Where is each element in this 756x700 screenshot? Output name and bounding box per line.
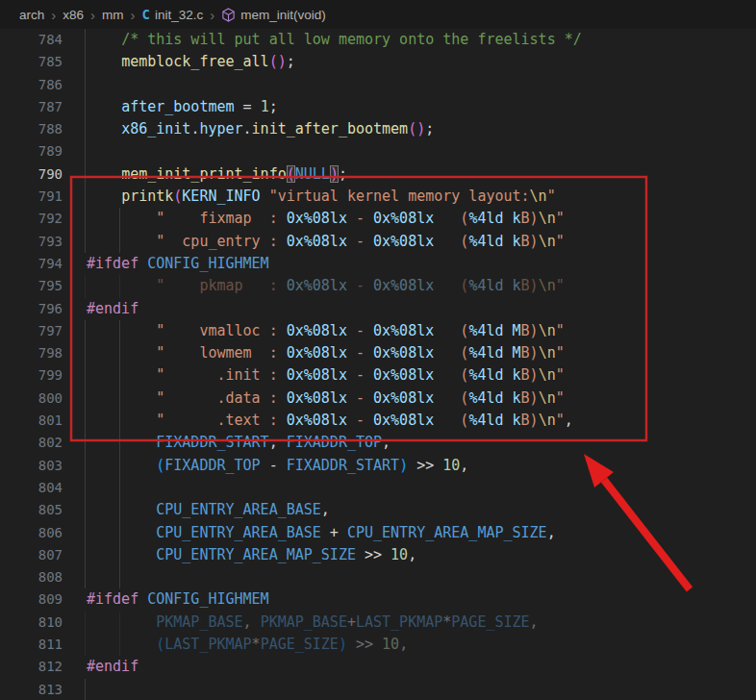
token-ws (87, 434, 156, 451)
token-fs: 0x%08lx (373, 277, 434, 294)
line-content: FIXADDR_START, FIXADDR_TOP, (87, 432, 756, 454)
code-line-789[interactable]: 789 (0, 140, 756, 162)
line-content: after_bootmem = 1; (87, 96, 756, 118)
indent-guide (85, 544, 86, 566)
code-line-796[interactable]: 796#endif (0, 298, 756, 320)
token-pu: ; (339, 165, 347, 183)
token-cb: CPU_ENTRY_AREA_MAP_SIZE (156, 546, 356, 563)
token-st: " (556, 344, 565, 362)
token-st: - (347, 233, 373, 250)
token-fs: 0x%08lx (287, 389, 347, 407)
token-es: \n (539, 277, 556, 294)
code-line-802[interactable]: 802 FIXADDR_START, FIXADDR_TOP, (0, 432, 756, 454)
code-line-788[interactable]: 788 x86_init.hyper.init_after_bootmem(); (0, 118, 756, 140)
breadcrumb-item-arch[interactable]: arch (19, 8, 44, 22)
token-pu (139, 255, 147, 272)
code-line-800[interactable]: 800 " .data : 0x%08lx - 0x%08lx (%4ld kB… (0, 388, 756, 410)
line-number: 788 (0, 118, 63, 140)
token-pu: - (261, 457, 287, 474)
code-line-786[interactable]: 786 (0, 74, 756, 96)
token-va: KERN_INFO (182, 188, 260, 205)
code-line-792[interactable]: 792 " fixmap : 0x%08lx - 0x%08lx (%4ld k… (0, 208, 756, 230)
code-line-809[interactable]: 809#ifdef CONFIG_HIGHMEM (0, 588, 756, 611)
token-st: - (347, 412, 373, 429)
line-content: CPU_ENTRY_AREA_MAP_SIZE >> 10, (87, 544, 756, 566)
token-pu: >> (408, 457, 442, 474)
token-va: hyper (199, 120, 242, 138)
code-line-805[interactable]: 805 CPU_ENTRY_AREA_BASE, (0, 499, 756, 521)
chevron-right-icon: › (51, 8, 56, 22)
token-st: " (547, 188, 556, 205)
line-content: x86_init.hyper.init_after_bootmem(); (87, 118, 756, 140)
line-content: (FIXADDR_TOP - FIXADDR_START) >> 10, (87, 455, 756, 477)
breadcrumb[interactable]: arch›x86›mm›Cinit_32.c›mem_init(void) (0, 0, 756, 29)
token-fs: k (513, 277, 521, 294)
code-line-799[interactable]: 799 " .init : 0x%08lx - 0x%08lx (%4ld kB… (0, 364, 756, 387)
token-ws (87, 457, 156, 474)
token-st (504, 277, 513, 294)
code-line-784[interactable]: 784 /* this will put all low memory onto… (0, 29, 756, 51)
token-ws (87, 389, 156, 407)
token-st: - (347, 344, 373, 362)
code-line-808[interactable]: 808 (0, 566, 756, 588)
code-line-807[interactable]: 807 CPU_ENTRY_AREA_MAP_SIZE >> 10, (0, 544, 756, 566)
token-st: B) (521, 277, 539, 294)
token-es: \n (539, 344, 556, 362)
token-va: after_bootmem (121, 98, 234, 115)
token-cb: PAGE_SIZE (451, 613, 529, 631)
code-line-801[interactable]: 801 " .text : 0x%08lx - 0x%08lx (%4ld kB… (0, 410, 756, 432)
token-st: ( (434, 322, 468, 339)
indent-guide (119, 455, 120, 477)
token-pu: ; (287, 53, 295, 70)
token-st: B) (521, 344, 539, 362)
code-line-798[interactable]: 798 " lowmem : 0x%08lx - 0x%08lx (%4ld M… (0, 342, 756, 364)
token-st (504, 210, 513, 227)
token-st: - (347, 277, 373, 294)
code-editor[interactable]: 784 /* this will put all low memory onto… (0, 29, 756, 700)
token-cb: PKMAP_BASE (261, 613, 347, 631)
token-va: x86_init (121, 120, 190, 138)
token-cb: FIXADDR_TOP (287, 434, 382, 451)
token-st: ( (434, 344, 468, 362)
code-line-803[interactable]: 803 (FIXADDR_TOP - FIXADDR_START) >> 10, (0, 455, 756, 477)
line-number: 791 (0, 186, 63, 208)
token-es: \n (539, 412, 556, 429)
indent-guide (85, 186, 86, 208)
indent-guide (119, 342, 120, 364)
token-st: ( (434, 233, 468, 250)
token-st: " (556, 366, 565, 384)
breadcrumb-item-mem_init-void-[interactable]: mem_init(void) (240, 8, 326, 22)
token-st: " cpu_entry : (156, 233, 286, 250)
code-line-804[interactable]: 804 (0, 477, 756, 499)
code-line-785[interactable]: 785 memblock_free_all(); (0, 51, 756, 73)
code-line-810[interactable]: 810 PKMAP_BASE, PKMAP_BASE+LAST_PKMAP*PA… (0, 612, 756, 634)
chevron-right-icon: › (90, 8, 95, 22)
breadcrumb-item-init_32-c[interactable]: init_32.c (155, 8, 203, 22)
code-line-794[interactable]: 794#ifdef CONFIG_HIGHMEM (0, 253, 756, 275)
code-line-790[interactable]: 790 mem_init_print_info(NULL); (0, 163, 756, 186)
code-line-791[interactable]: 791 printk(KERN_INFO "virtual kernel mem… (0, 186, 756, 208)
token-pu: , (382, 434, 391, 451)
indent-guide (85, 679, 86, 700)
line-content: " cpu_entry : 0x%08lx - 0x%08lx (%4ld kB… (87, 231, 756, 253)
code-line-797[interactable]: 797 " vmalloc : 0x%08lx - 0x%08lx (%4ld … (0, 320, 756, 342)
token-pp: #ifdef (87, 255, 139, 272)
code-line-793[interactable]: 793 " cpu_entry : 0x%08lx - 0x%08lx (%4l… (0, 231, 756, 253)
token-ws (87, 188, 121, 205)
token-pu: + (321, 524, 347, 541)
token-pu: = (235, 98, 261, 115)
code-line-806[interactable]: 806 CPU_ENTRY_AREA_BASE + CPU_ENTRY_AREA… (0, 522, 756, 544)
indent-guide (85, 96, 86, 118)
line-content: /* this will put all low memory onto the… (87, 29, 756, 51)
code-line-811[interactable]: 811 (LAST_PKMAP*PAGE_SIZE) >> 10, (0, 634, 756, 656)
line-number: 785 (0, 51, 63, 73)
breadcrumb-item-mm[interactable]: mm (102, 8, 124, 22)
code-line-787[interactable]: 787 after_bootmem = 1; (0, 96, 756, 118)
code-line-795[interactable]: 795 " pkmap : 0x%08lx - 0x%08lx (%4ld kB… (0, 275, 756, 297)
token-pu: >> (356, 546, 391, 563)
code-line-813[interactable]: 813 (0, 679, 756, 700)
breadcrumb-item-x86[interactable]: x86 (63, 8, 84, 22)
token-fs: 0x%08lx (287, 412, 347, 429)
code-line-812[interactable]: 812#endif (0, 656, 756, 678)
token-ws (87, 524, 156, 541)
